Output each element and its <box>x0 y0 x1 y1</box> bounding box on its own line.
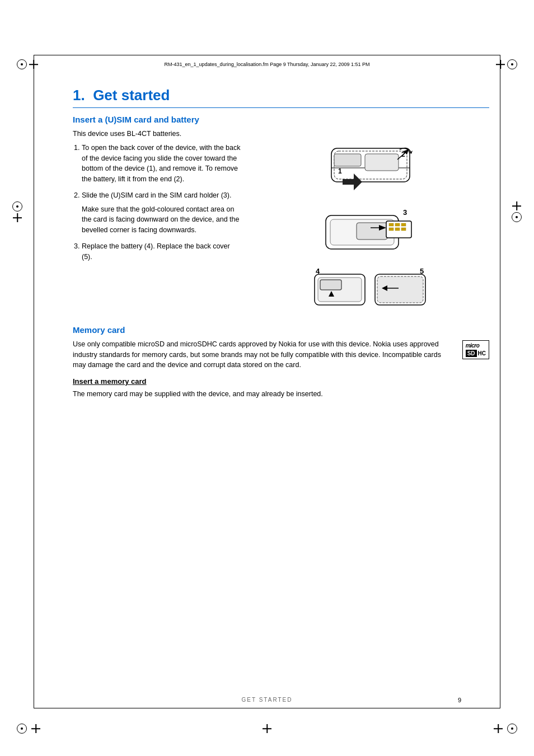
microsdhc-logo: micro SD HC <box>462 340 489 359</box>
right-side-marks <box>512 201 522 222</box>
border-line-top <box>34 55 500 55</box>
step-2: Slide the (U)SIM card in the SIM card ho… <box>82 190 241 201</box>
svg-text:3: 3 <box>403 208 407 217</box>
device-diagram-3: 4 5 <box>309 266 432 316</box>
device-diagram-1: 1 2 <box>315 143 427 201</box>
device-diagram-2: 3 <box>315 207 427 260</box>
print-marks-bottom <box>0 724 534 734</box>
top-right-marks <box>496 59 517 69</box>
header-file-info: RM-431_en_1_updates_during_localisation.… <box>38 62 496 67</box>
cross-mark-bl <box>31 724 40 733</box>
svg-rect-16 <box>395 228 400 231</box>
cross-mark-tr <box>496 60 505 69</box>
sim-text-col: To open the back cover of the device, wi… <box>73 143 241 316</box>
memory-card-text: Use only compatible microSD and microSDH… <box>73 339 450 374</box>
steps-list: To open the back cover of the device, wi… <box>73 143 241 201</box>
insert-memory-card-text: The memory card may be supplied with the… <box>73 389 489 400</box>
step-1: To open the back cover of the device, wi… <box>82 143 241 185</box>
sim-section-layout: To open the back cover of the device, wi… <box>73 143 489 316</box>
memory-card-heading: Memory card <box>73 325 489 335</box>
left-side-marks <box>12 201 22 222</box>
insert-memory-card-heading: Insert a memory card <box>73 377 489 386</box>
svg-rect-10 <box>357 223 387 240</box>
print-marks-top: RM-431_en_1_updates_during_localisation.… <box>0 56 534 73</box>
svg-text:4: 4 <box>316 267 320 275</box>
steps-list-2: Replace the battery (4). Replace the bac… <box>73 241 241 262</box>
svg-rect-3 <box>365 154 399 171</box>
chapter-heading: 1. Get started <box>73 87 489 108</box>
hc-label: HC <box>478 350 486 356</box>
section1-heading: Insert a (U)SIM card and battery <box>73 115 489 124</box>
sim-diagram-col: 1 2 <box>252 143 489 316</box>
bottom-right-marks <box>494 724 517 734</box>
sd-label: SD <box>466 350 477 357</box>
section1-intro: This device uses BL-4CT batteries. <box>73 129 489 139</box>
step-3: Replace the battery (4). Replace the bac… <box>82 241 241 262</box>
svg-rect-12 <box>389 223 394 226</box>
cross-mark-mr <box>512 201 521 210</box>
cross-mark-tl <box>29 60 38 69</box>
footer-chapter-text: Get started <box>242 697 293 703</box>
svg-rect-4 <box>334 154 361 166</box>
micro-text: micro <box>466 342 486 349</box>
cross-mark-bc <box>263 724 271 733</box>
svg-rect-23 <box>320 280 341 290</box>
bottom-left-marks <box>17 724 40 734</box>
memory-card-content: Use only compatible microSD and microSDH… <box>73 339 489 374</box>
svg-rect-15 <box>389 228 394 231</box>
top-left-marks <box>17 59 38 69</box>
content-area: 1. Get started Insert a (U)SIM card and … <box>73 87 489 644</box>
reg-mark-tr <box>507 59 517 69</box>
bottom-center-marks <box>263 724 271 733</box>
reg-mark-br <box>507 724 517 734</box>
svg-text:1: 1 <box>338 167 342 175</box>
reg-mark-mr <box>512 212 522 222</box>
page-number: 9 <box>458 697 461 703</box>
sd-hc-row: SD HC <box>466 350 486 357</box>
cross-mark-ml <box>13 213 22 222</box>
border-line-right <box>500 55 500 708</box>
border-line-left <box>34 55 34 708</box>
reg-mark-bl <box>17 724 27 734</box>
svg-rect-14 <box>401 223 406 226</box>
svg-rect-13 <box>395 223 400 226</box>
svg-text:5: 5 <box>420 267 424 275</box>
border-line-bottom <box>34 708 500 708</box>
reg-mark-ml <box>12 201 22 212</box>
reg-mark-tl <box>17 59 27 69</box>
memory-card-section: Memory card Use only compatible microSD … <box>73 325 489 400</box>
step-2-extra: Make sure that the gold-coloured contact… <box>82 204 241 236</box>
cross-mark-br <box>494 724 503 733</box>
footer-area: Get started 9 <box>0 697 534 703</box>
memory-card-intro: Use only compatible microSD and microSDH… <box>73 339 450 370</box>
svg-rect-17 <box>401 228 406 231</box>
svg-rect-27 <box>377 276 423 303</box>
page-container: RM-431_en_1_updates_during_localisation.… <box>0 0 534 756</box>
